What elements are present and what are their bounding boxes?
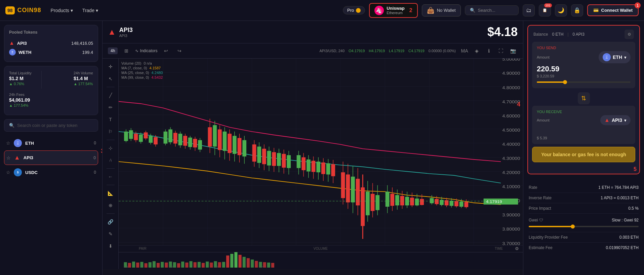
logo: 98 COIN98 (5, 6, 41, 14)
token-list-usdc[interactable]: ☆ $ USDC 0 (4, 165, 98, 180)
wallet-icon-btn[interactable]: 🗂 (523, 4, 535, 16)
camera-btn[interactable]: 📷 (508, 46, 518, 56)
ohlc-l: L4.17919 (389, 49, 404, 53)
svg-rect-134 (361, 187, 365, 226)
tool-separator-5 (107, 213, 115, 214)
wallet-connect-icon: 💳 (593, 8, 599, 13)
receive-chevron-icon: ▾ (624, 118, 627, 123)
search-bar[interactable]: 🔍 Search... (465, 5, 519, 15)
ohlc-h: H4.17919 (369, 49, 385, 53)
gwei-slider[interactable] (529, 226, 639, 227)
chart-settings-btn[interactable]: ⚙ (512, 245, 522, 251)
tool-separator-2 (107, 140, 115, 140)
eth-star-icon[interactable]: ☆ (6, 140, 10, 146)
pitchfork-tool[interactable]: ⑃ (105, 155, 116, 166)
connect-wallet-button[interactable]: 💳 Connect Wallet 1 (587, 4, 639, 16)
chart-body: ✛ ↖ ╱ ✏ T ⚐ ⊹ ⑃ ← 📐 ⊕ 🔗 ✎ ⬇ (103, 59, 523, 269)
notifications-btn[interactable]: 📋 101 (539, 4, 551, 16)
info-btn[interactable]: ℹ (484, 46, 493, 56)
theme-btn[interactable]: 🌙 (555, 4, 567, 16)
undo-btn[interactable]: ↩ (161, 46, 171, 56)
swap-direction-btn[interactable]: ⇅ (578, 92, 590, 104)
no-wallet-button[interactable]: 👜 No Wallet (422, 4, 461, 16)
svg-text:23: 23 (214, 265, 218, 268)
chevron-down-icon: ▾ (624, 55, 627, 60)
svg-text:4.17919: 4.17919 (486, 199, 502, 204)
pair-label: API3/USD, 240 (319, 49, 345, 53)
send-slider[interactable] (537, 81, 631, 83)
candlestick-svg: 5.00000 4.90000 4.80000 4.70000 4.60000 … (119, 59, 523, 269)
timeframe-4h[interactable]: 4h (108, 47, 118, 54)
nav-products[interactable]: Products ▾ (48, 6, 76, 15)
svg-rect-144 (390, 194, 394, 206)
text-tool[interactable]: T (105, 114, 116, 125)
uniswap-label: Uniswap Ethereum (387, 6, 404, 15)
pooled-tokens-card: Pooled Tokens ▲ API3 148,416.05 Ξ WETH 1… (4, 25, 98, 62)
cursor-tool[interactable]: ↖ (105, 73, 116, 84)
svg-text:3.90000: 3.90000 (502, 213, 520, 217)
token-list-eth[interactable]: ☆ Ξ ETH 0 (4, 136, 98, 150)
fibonacci-tool[interactable]: ⊹ (105, 143, 116, 153)
pro-badge[interactable]: Pro (343, 6, 365, 14)
svg-rect-204 (238, 255, 241, 268)
line-tool[interactable]: ╱ (105, 90, 116, 101)
receive-token-btn[interactable]: ▲ API3 ▾ (600, 115, 631, 125)
svg-rect-186 (165, 263, 168, 268)
annotation-5: 5 (528, 166, 639, 174)
ma-btn[interactable]: MA (460, 46, 469, 56)
usdc-star-icon[interactable]: ☆ (6, 170, 10, 175)
lock-btn[interactable]: 🔒 (571, 4, 583, 16)
bookmark-tool[interactable]: 🔗 (105, 216, 116, 227)
svg-rect-168 (454, 201, 458, 206)
crosshair-tool[interactable]: ✛ (105, 61, 116, 72)
ruler-tool[interactable]: 📐 (105, 188, 116, 199)
swap-send-label: YOU SEND (537, 46, 631, 50)
swap-settings-btn[interactable]: ⚙ (625, 30, 634, 39)
svg-rect-96 (257, 146, 261, 163)
token-row-api3: ▲ API3 148,416.05 (9, 39, 93, 47)
svg-rect-162 (440, 200, 444, 205)
stats-grid: Total Liquidity $1.2 M ▲ 0.76% 24h Volum… (9, 71, 93, 110)
svg-rect-207 (251, 260, 254, 268)
back-tool[interactable]: ← (105, 171, 116, 182)
expand-btn[interactable]: ⛶ (496, 46, 506, 56)
chart-area: ▲ API3 API3 $4.18 4h ⊞ ∿ 4h Indicators ↩… (103, 21, 523, 275)
svg-rect-132 (356, 179, 360, 205)
svg-text:4.10000: 4.10000 (502, 184, 520, 189)
svg-rect-172 (464, 202, 468, 207)
svg-rect-86 (228, 134, 232, 153)
tool-separator-1 (107, 87, 115, 87)
receive-usd-value: $ 5.39 (537, 136, 631, 140)
nav-trade[interactable]: Trade ▾ (80, 6, 101, 15)
liquidity-stats-card: Total Liquidity $1.2 M ▲ 0.76% 24h Volum… (4, 66, 98, 115)
svg-rect-201 (226, 255, 229, 268)
api3-star-icon[interactable]: ☆ (6, 155, 11, 161)
send-token-btn[interactable]: Ξ ETH ▾ (599, 51, 631, 63)
svg-text:24: 24 (259, 265, 264, 268)
indicators-btn[interactable]: ∿ 4h Indicators (135, 48, 157, 53)
send-amount-label: Amount (537, 55, 550, 59)
svg-rect-182 (149, 262, 152, 268)
uniswap-button[interactable]: 🦄 Uniswap Ethereum 2 (369, 3, 417, 18)
candle-type-btn[interactable]: ⊞ (122, 46, 131, 56)
redo-btn[interactable]: ↪ (175, 46, 184, 56)
edit-tool[interactable]: ✎ (105, 229, 116, 239)
svg-rect-146 (395, 195, 399, 206)
brush-tool[interactable]: ✏ (105, 102, 116, 113)
zoom-plus-tool[interactable]: ⊕ (105, 200, 116, 211)
time-footer: TIME (495, 247, 503, 250)
svg-rect-170 (459, 202, 464, 207)
uniswap-icon: 🦄 (374, 6, 384, 15)
measure-tool[interactable]: ⚐ (105, 126, 116, 137)
down-tool[interactable]: ⬇ (105, 241, 116, 251)
notification-icon: 📋 (542, 8, 547, 12)
swap-action-button[interactable]: Your balance or gas fee is not enough (532, 147, 635, 162)
total-liquidity-stat: Total Liquidity $1.2 M ▲ 0.76% (9, 71, 37, 86)
svg-rect-212 (271, 263, 274, 268)
sidebar: Pooled Tokens ▲ API3 148,416.05 Ξ WETH 1… (0, 21, 103, 275)
shield-icon: 🛡 (539, 218, 543, 222)
token-list-api3[interactable]: ☆ ▲ API3 0 3 (4, 150, 98, 165)
token-search[interactable]: 🔍 Search coin or paste any token (4, 119, 98, 132)
diamond-btn[interactable]: ◈ (472, 46, 481, 56)
api3-list-icon: ▲ (14, 154, 20, 161)
